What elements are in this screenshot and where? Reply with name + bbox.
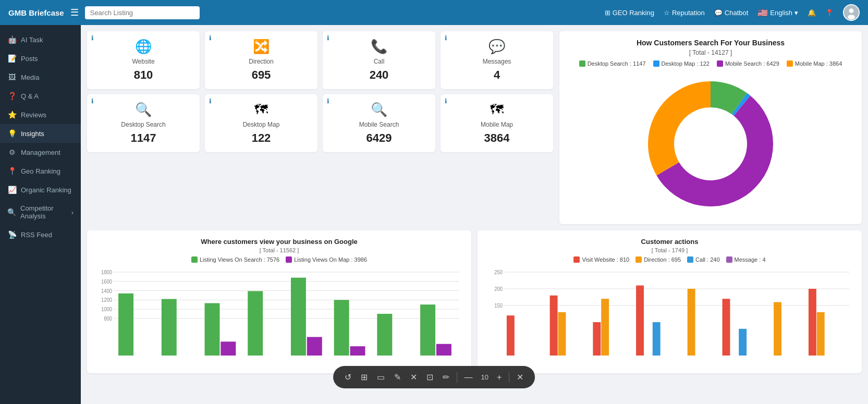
toolbar-divider [457, 372, 457, 383]
hamburger-icon[interactable]: ☰ [70, 7, 79, 18]
svg-text:1200: 1200 [101, 297, 113, 303]
action-bar [817, 312, 825, 356]
sidebar-item-qa[interactable]: ❓ Q & A [0, 87, 81, 105]
info-icon-call: ℹ [327, 34, 329, 42]
legend-dot [687, 256, 693, 263]
legend-label: Listing Views On Map : 3986 [294, 256, 367, 263]
toolbar-rect[interactable]: ▭ [374, 370, 388, 384]
svg-text:1400: 1400 [101, 288, 113, 293]
geo-ranking-icon: 📍 [7, 167, 17, 175]
legend-dot [787, 60, 793, 67]
sidebar-item-insights[interactable]: 💡 Insights [0, 124, 81, 143]
donut-chart-svg [638, 71, 784, 217]
sidebar-item-geo-ranking[interactable]: 📍 Geo Ranking [0, 162, 81, 180]
stat-value-messages: 4 [494, 68, 500, 82]
toolbar-plus[interactable]: + [494, 371, 505, 384]
toolbar-cross[interactable]: ✕ [407, 370, 420, 384]
donut-legend-item: Mobile Search : 6429 [717, 60, 779, 67]
legend-dot [191, 256, 198, 263]
stat-card-desktop-map: ℹ 🗺 Desktop Map 122 [205, 94, 317, 152]
svg-text:1600: 1600 [101, 279, 113, 285]
stat-icon-website: 🌐 [135, 39, 152, 55]
legend-label: Desktop Map : 122 [662, 60, 710, 67]
search-input[interactable] [85, 6, 200, 19]
info-icon-desktop-map: ℹ [209, 97, 212, 105]
app-brand: GMB Briefcase [8, 8, 64, 17]
top-stats-grid: ℹ 🌐 Website 810 ℹ 🔀 Direction 695 ℹ 📞 Ca… [87, 31, 553, 89]
bar-search [334, 300, 349, 356]
insights-icon: 💡 [7, 129, 17, 138]
sidebar-item-reviews[interactable]: ⭐ Reviews [0, 105, 81, 124]
toolbar-arrow[interactable]: ✎ [391, 370, 404, 384]
sidebar-item-media[interactable]: 🖼 Media [0, 68, 81, 87]
toolbar-undo[interactable]: ↺ [341, 370, 354, 384]
svg-text:250: 250 [494, 270, 503, 275]
donut-legend: Desktop Search : 1147Desktop Map : 122Mo… [567, 60, 854, 67]
stat-icon-mobile-search: 🔍 [371, 102, 387, 118]
bar-chart-2-total: [ Total - 1749 ] [485, 247, 854, 253]
legend-label: Listing Views On Search : 7576 [200, 256, 279, 263]
chart-legend-item: Listing Views On Map : 3986 [286, 256, 367, 263]
sidebar-label-organic-ranking: Organic Ranking [21, 186, 71, 194]
action-bar [809, 289, 816, 356]
stat-icon-desktop-search: 🔍 [135, 102, 152, 118]
sidebar-item-organic-ranking[interactable]: 📈 Organic Ranking [0, 180, 81, 199]
toolbar-close[interactable]: ✕ [514, 370, 527, 384]
donut-segment [648, 81, 711, 176]
main-content: ℹ 🌐 Website 810 ℹ 🔀 Direction 695 ℹ 📞 Ca… [81, 25, 868, 404]
media-icon: 🖼 [7, 73, 17, 81]
chart-legend-item: Message : 4 [726, 256, 766, 263]
bar-chart-2-legend: Visit Website : 810Direction : 695Call :… [485, 256, 854, 263]
user-avatar[interactable] [843, 4, 860, 21]
stat-card-direction: ℹ 🔀 Direction 695 [205, 31, 317, 89]
stat-icon-call: 📞 [371, 39, 387, 55]
toolbar-grid[interactable]: ⊞ [358, 370, 371, 384]
stat-icon-direction: 🔀 [253, 39, 270, 55]
stat-label-mobile-map: Mobile Map [481, 121, 513, 128]
legend-label: Message : 4 [735, 256, 766, 263]
stat-value-desktop-map: 122 [252, 131, 271, 145]
sidebar-item-posts[interactable]: 📝 Posts [0, 49, 81, 68]
toolbar-select[interactable]: ⊡ [423, 370, 436, 384]
language-nav[interactable]: 🇺🇸 English ▾ [757, 8, 798, 18]
sidebar-item-rss-feed[interactable]: 📡 RSS Feed [0, 225, 81, 244]
stat-label-messages: Messages [483, 58, 511, 65]
info-icon-mobile-search: ℹ [327, 97, 329, 105]
legend-dot [573, 256, 580, 263]
stat-label-desktop-search: Desktop Search [121, 121, 165, 128]
svg-text:200: 200 [494, 286, 503, 292]
bar-search [420, 304, 435, 356]
notification-icon[interactable]: 🔔 [808, 9, 816, 17]
chevron-right-icon: › [71, 209, 74, 216]
reviews-icon: ⭐ [7, 111, 17, 119]
sidebar-label-management: Management [21, 149, 60, 156]
info-icon-website: ℹ [91, 34, 94, 42]
bar-chart-1-total: [ Total - 11562 ] [94, 247, 464, 253]
bar-search [377, 314, 392, 356]
sidebar-label-qa: Q & A [21, 92, 39, 100]
action-bar [774, 302, 781, 356]
bar-chart-2-card: Customer actions [ Total - 1749 ] Visit … [478, 230, 862, 373]
top-navigation: GMB Briefcase ☰ ⊞ GEO Ranking ☆ Reputati… [0, 0, 868, 25]
toolbar-pen[interactable]: ✏ [439, 370, 453, 384]
toolbar-minus[interactable]: — [461, 371, 476, 384]
reputation-nav[interactable]: ☆ Reputation [664, 9, 705, 17]
chatbot-nav[interactable]: 💬 Chatbot [714, 9, 749, 17]
bar-chart-2-title: Customer actions [485, 238, 854, 246]
geo-ranking-nav[interactable]: ⊞ GEO Ranking [605, 9, 654, 17]
geo-ranking-icon: ⊞ [605, 9, 610, 17]
sidebar-item-management[interactable]: ⚙ Management [0, 143, 81, 162]
svg-text:1800: 1800 [101, 270, 113, 275]
sidebar-item-competitor-analysis[interactable]: 🔍 Competitor Analysis › [0, 199, 81, 225]
sidebar-label-media: Media [21, 74, 39, 81]
location-icon[interactable]: 📍 [825, 9, 834, 17]
sidebar-item-ai-task[interactable]: 🤖 AI Task [0, 30, 81, 49]
top-section: ℹ 🌐 Website 810 ℹ 🔀 Direction 695 ℹ 📞 Ca… [87, 31, 862, 224]
donut-legend-item: Mobile Map : 3864 [787, 60, 842, 67]
management-icon: ⚙ [7, 148, 17, 156]
legend-label: Mobile Search : 6429 [725, 60, 779, 67]
main-layout: 🤖 AI Task 📝 Posts 🖼 Media ❓ Q & A ⭐ Revi… [0, 25, 868, 404]
legend-label: Visit Website : 810 [582, 256, 629, 263]
bottom-section: Where customers view your business on Go… [87, 230, 862, 373]
flag-icon: 🇺🇸 [757, 8, 768, 18]
